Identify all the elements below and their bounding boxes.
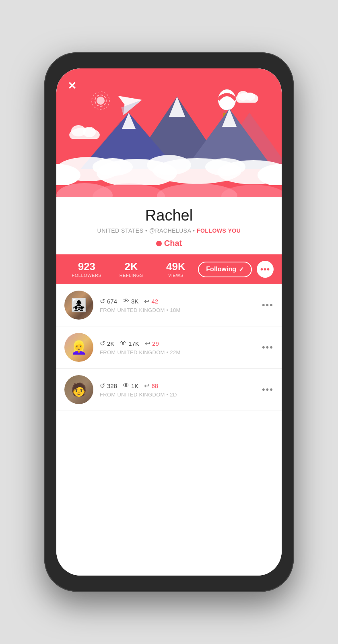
mountains-decoration — [56, 80, 282, 185]
post-item: ↺ 328 👁 1K ↩ 68 FRO — [56, 369, 282, 411]
post-meta: ↺ 328 👁 1K ↩ 68 FRO — [100, 382, 256, 398]
followers-stat: 923 FOLLOWERS — [64, 261, 109, 278]
post-avatar[interactable] — [64, 333, 93, 362]
app-content: ✕ — [56, 68, 282, 576]
more-options-button[interactable]: ••• — [257, 261, 274, 278]
post-item: ↺ 674 👁 3K ↩ 42 FRO — [56, 284, 282, 326]
reply-icon: ↩ — [144, 382, 149, 390]
refly-icon: ↺ — [100, 340, 105, 347]
chat-button[interactable]: Chat — [156, 239, 182, 248]
post-item: ↺ 2K 👁 17K ↩ 29 FRO — [56, 326, 282, 369]
view-icon: 👁 — [120, 340, 126, 347]
views-stat: 49K VIEWS — [154, 261, 198, 278]
refly-icon: ↺ — [100, 297, 105, 305]
post-stats: ↺ 328 👁 1K ↩ 68 — [100, 382, 256, 390]
view-stat: 👁 3K — [123, 297, 138, 305]
post-avatar[interactable] — [64, 375, 93, 404]
profile-name: Rachel — [64, 207, 274, 224]
refly-stat: ↺ 674 — [100, 297, 117, 305]
view-stat: 👁 17K — [120, 340, 139, 347]
phone-screen: ✕ — [56, 68, 282, 576]
reply-stat: ↩ 68 — [144, 382, 158, 390]
post-stats: ↺ 674 👁 3K ↩ 42 — [100, 297, 256, 305]
posts-list: ↺ 674 👁 3K ↩ 42 FRO — [56, 284, 282, 576]
post-more-button[interactable]: ••• — [262, 300, 274, 310]
svg-point-30 — [147, 155, 191, 175]
chat-dot-icon — [156, 241, 162, 246]
view-stat: 👁 1K — [123, 382, 138, 389]
post-avatar[interactable] — [64, 291, 93, 320]
more-dots-icon: ••• — [260, 265, 270, 274]
reply-icon: ↩ — [144, 297, 149, 305]
view-icon: 👁 — [123, 297, 129, 305]
foreground-clouds — [56, 173, 282, 197]
refly-stat: ↺ 2K — [100, 340, 114, 347]
view-icon: 👁 — [123, 382, 129, 389]
svg-point-33 — [93, 184, 165, 197]
reply-icon: ↩ — [145, 340, 150, 347]
refly-icon: ↺ — [100, 382, 105, 390]
profile-banner: ✕ — [56, 68, 282, 197]
bottom-spacer — [56, 411, 282, 491]
refly-stat: ↺ 328 — [100, 382, 117, 390]
post-meta: ↺ 2K 👁 17K ↩ 29 FRO — [100, 340, 256, 355]
phone-frame: ✕ — [44, 52, 294, 592]
post-stats: ↺ 2K 👁 17K ↩ 29 — [100, 340, 256, 347]
stats-bar: 923 FOLLOWERS 2K REFLINGS 49K VIEWS Foll… — [56, 254, 282, 284]
post-origin: FROM UNITED KINGDOM • 22M — [100, 349, 256, 355]
post-more-button[interactable]: ••• — [262, 384, 274, 395]
reply-stat: ↩ 42 — [144, 297, 158, 305]
svg-point-35 — [221, 185, 282, 197]
post-more-button[interactable]: ••• — [262, 342, 274, 353]
reply-stat: ↩ 29 — [145, 340, 159, 347]
post-origin: FROM UNITED KINGDOM • 18M — [100, 307, 256, 313]
profile-meta: UNITED STATES • @RACHELUSA • FOLLOWS YOU — [64, 227, 274, 234]
post-meta: ↺ 674 👁 3K ↩ 42 FRO — [100, 297, 256, 313]
close-button[interactable]: ✕ — [68, 80, 76, 92]
post-origin: FROM UNITED KINGDOM • 2D — [100, 392, 256, 398]
profile-info-section: Rachel UNITED STATES • @RACHELUSA • FOLL… — [56, 197, 282, 248]
reflings-stat: 2K REFLINGS — [109, 261, 154, 278]
following-button[interactable]: Following ✓ — [198, 262, 252, 277]
